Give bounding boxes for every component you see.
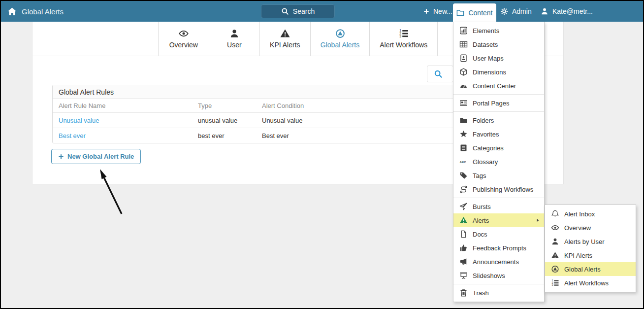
tab-label: Overview [169,41,198,49]
warning-triangle-icon [280,29,290,38]
search-icon [434,69,443,78]
tab-user[interactable]: User [209,22,259,56]
menu-divider [453,111,544,112]
menu-item-feedback-prompts[interactable]: Feedback Prompts [453,241,544,255]
menu-item-slideshows[interactable]: Slideshows [453,269,544,282]
slideshow-icon [459,272,468,279]
circled-warning-icon [551,265,559,273]
menu-item-alerts[interactable]: Alerts [453,213,544,227]
menu-item-label: Folders [473,117,494,124]
new-global-alert-rule-button[interactable]: New Global Alert Rule [51,149,141,164]
menu-item-glossary[interactable]: ABCGlossary [453,155,544,169]
menu-item-label: Glossary [473,158,498,166]
content-dropdown-menu: ElementsDatasetsUser MapsDimensionsConte… [453,22,545,302]
warning-triangle-icon [459,216,468,224]
menu-item-favorites[interactable]: Favorites [453,127,544,141]
menu-item-label: Tags [473,172,486,179]
table-icon [459,40,468,48]
menu-item-elements[interactable]: Elements [453,24,544,37]
menu-item-label: Categories [473,144,504,152]
user-icon [229,29,239,38]
submenu-item-global-alerts[interactable]: Global Alerts [545,262,636,276]
caret-right-icon [536,218,540,223]
bar-chart-icon [459,27,468,34]
menu-item-label: Datasets [473,41,498,48]
submenu-item-alerts-by-user[interactable]: Alerts by User [545,235,636,248]
circled-warning-icon [335,29,345,38]
search-icon [281,7,289,15]
menu-item-dimensions[interactable]: Dimensions [453,65,544,79]
column-header: Type [192,102,256,109]
new-menu-button[interactable]: New... [423,1,452,22]
menu-item-user-maps[interactable]: User Maps [453,51,544,65]
content-label: Content [468,9,492,17]
table-search-button[interactable] [427,66,453,82]
menu-item-label: Global Alerts [564,266,601,273]
menu-divider [453,94,544,95]
page-title: Global Alerts [22,1,64,22]
tab-global-alerts[interactable]: Global Alerts [310,22,369,56]
menu-item-label: Docs [473,231,487,238]
tag-icon [459,172,468,179]
tab-overview[interactable]: Overview [158,22,209,56]
submenu-item-overview[interactable]: Overview [545,221,636,235]
user-icon [551,238,559,245]
submenu-item-alert-inbox[interactable]: Alert Inbox [545,207,636,221]
rule-name-link[interactable]: Unusual value [59,117,99,124]
new-rule-label: New Global Alert Rule [67,153,134,160]
tab-alert-workflows[interactable]: 123Alert Workflows [369,22,438,56]
admin-label: Admin [512,7,532,15]
menu-item-publishing-workflows[interactable]: Publishing Workflows [453,182,544,196]
menu-item-portal-pages[interactable]: Portal Pages [453,96,544,110]
home-button[interactable] [7,1,18,22]
paper-plane-icon [459,203,468,210]
menu-item-content-center[interactable]: Content Center [453,79,544,93]
submenu-item-alert-workflows[interactable]: 123Alert Workflows [545,276,636,290]
admin-menu-button[interactable]: Admin [500,1,532,22]
workflow-icon [459,185,468,193]
rule-name-link[interactable]: Best ever [59,132,86,139]
menu-item-label: Elements [473,27,499,34]
user-account-button[interactable]: Kate@metr... [541,1,593,22]
alerts-submenu: Alert InboxOverviewAlerts by UserKPI Ale… [545,205,636,292]
column-header: Alert Rule Name [53,102,192,109]
abc-icon: ABC [459,158,468,166]
menu-item-trash[interactable]: Trash [453,286,544,300]
menu-item-label: Publishing Workflows [473,186,533,193]
list-icon [459,144,468,152]
menu-item-label: KPI Alerts [564,252,592,259]
tab-kpi-alerts[interactable]: KPI Alerts [259,22,310,56]
new-label: New... [433,7,452,15]
menu-item-label: Content Center [473,82,516,90]
cube-icon [459,68,468,76]
annotation-arrow [94,167,128,218]
menu-item-label: Alerts by User [564,238,605,245]
tab-label: Global Alerts [321,41,359,49]
menu-divider [453,284,544,284]
menu-item-categories[interactable]: Categories [453,141,544,155]
bell-icon [551,210,559,218]
menu-item-docs[interactable]: Docs [453,227,544,241]
menu-item-bursts[interactable]: Bursts [453,200,544,213]
rule-type-cell: unusual value [192,117,256,124]
menu-item-folders[interactable]: Folders [453,113,544,127]
warning-triangle-icon [551,251,559,259]
menu-item-label: Alerts [473,217,489,224]
menu-divider [453,198,544,198]
eye-icon [551,224,559,232]
menu-item-tags[interactable]: Tags [453,169,544,182]
menu-item-datasets[interactable]: Datasets [453,37,544,51]
submenu-item-kpi-alerts[interactable]: KPI Alerts [545,248,636,262]
eye-icon [179,29,189,38]
numbered-list-icon: 123 [399,29,409,38]
menu-item-label: Feedback Prompts [473,244,526,252]
folder-icon [459,116,468,124]
menu-item-label: User Maps [473,55,504,62]
global-search-button[interactable]: Search [261,4,335,18]
user-label: Kate@metr... [552,7,593,15]
menu-item-label: Announcements [473,258,519,266]
id-card-icon [459,54,468,62]
content-menu-button[interactable]: Content [453,3,496,22]
menu-item-announcements[interactable]: Announcements [453,255,544,269]
top-navbar: Global Alerts Search New... Content Admi… [1,1,643,22]
